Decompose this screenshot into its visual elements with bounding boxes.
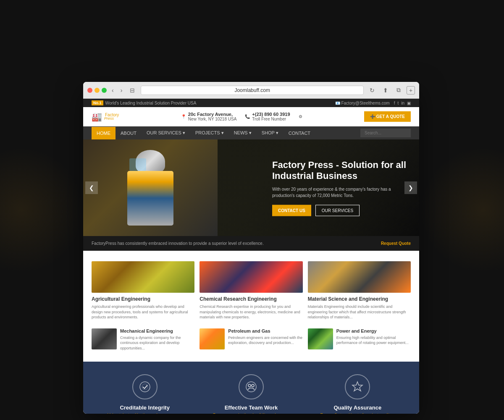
service-petroleum-title: Petroleum and Gas xyxy=(228,328,302,333)
service-agricultural-desc: Agricultural engineering professionals w… xyxy=(92,304,194,320)
service-power-image xyxy=(308,328,333,349)
service-mechanical-image xyxy=(92,328,117,349)
nav-home[interactable]: HOME xyxy=(92,127,116,139)
browser-window: ‹ › ⊟ Joomlabuff.com ↻ ⬆ ⧉ + No.1 World'… xyxy=(83,82,419,414)
integrity-title: Creditable Integrity xyxy=(103,404,187,411)
svg-point-2 xyxy=(246,382,256,392)
hero-section: Factory Press - Solution for all Industr… xyxy=(83,139,419,236)
service-card-agricultural[interactable]: Agricultural Engineering Agricultural en… xyxy=(92,261,194,320)
maximize-button[interactable] xyxy=(102,88,107,93)
service-material-title: Material Science and Engineering xyxy=(308,296,411,302)
window-controls xyxy=(87,88,107,93)
services-bottom-grid: Mechanical Engineering Creating a dynami… xyxy=(92,328,411,351)
hero-next-button[interactable]: ❯ xyxy=(404,181,417,194)
hero-worker-image xyxy=(83,139,218,236)
service-petroleum-image xyxy=(200,328,225,349)
request-quote-link[interactable]: Request Quote xyxy=(381,241,411,246)
address-item: 📍 20c Factory Avenue, New York, NY 10218… xyxy=(181,112,236,121)
top-bar-tagline: World's Leading Industrial Solution Prov… xyxy=(105,101,197,105)
service-material-desc: Materials Engineering should include sci… xyxy=(308,304,411,320)
nav-about[interactable]: ABOUT xyxy=(116,127,142,139)
worker-body xyxy=(127,171,173,226)
services-section: Agricultural Engineering Agricultural en… xyxy=(83,251,419,362)
phone-number: +(23) 890 60 3919 xyxy=(252,112,290,117)
address-text: 20c Factory Avenue, New York, NY 10218 U… xyxy=(188,112,236,121)
header-contact-info: 📍 20c Factory Avenue, New York, NY 10218… xyxy=(181,112,302,121)
logo-icon: 🏭 xyxy=(92,112,102,122)
service-card-material[interactable]: Material Science and Engineering Materia… xyxy=(308,261,411,320)
get-quote-button[interactable]: ➕ GET A QUOTE xyxy=(364,111,411,122)
minimize-button[interactable] xyxy=(94,88,100,93)
service-mechanical-title: Mechanical Engineering xyxy=(120,328,194,333)
settings-item[interactable]: ⚙ xyxy=(299,114,302,119)
reload-button[interactable]: ↻ xyxy=(367,86,377,94)
top-bar: No.1 World's Leading Industrial Solution… xyxy=(83,99,419,107)
social-icons: f t in ▣ xyxy=(394,101,411,105)
svg-point-4 xyxy=(252,384,254,387)
svg-marker-5 xyxy=(352,382,362,391)
nav-news[interactable]: NEWS ▾ xyxy=(229,126,257,139)
instagram-icon[interactable]: ▣ xyxy=(407,101,411,105)
phone-icon: 📞 xyxy=(245,114,250,119)
share-button[interactable]: ⬆ xyxy=(381,86,391,94)
forward-button[interactable]: › xyxy=(119,86,124,94)
sidebar-button[interactable]: ⊟ xyxy=(127,86,137,94)
integrity-subtitle: Value talent cultivation and encourage..… xyxy=(103,413,187,414)
service-card-mechanical[interactable]: Mechanical Engineering Creating a dynami… xyxy=(92,328,194,351)
nav-projects[interactable]: PROJECTS ▾ xyxy=(190,126,229,139)
service-card-chemical[interactable]: Chemical Research Engineering Chemical R… xyxy=(200,261,302,320)
top-bar-left: No.1 World's Leading Industrial Solution… xyxy=(92,100,196,105)
top-bar-email: 📧 Factory@Steelthems.com xyxy=(335,101,390,105)
site-logo[interactable]: 🏭 Factory Press xyxy=(92,112,119,122)
main-navbar: HOME ABOUT OUR SERVICES ▾ PROJECTS ▾ NEW… xyxy=(83,126,419,139)
footer-integrity: Creditable Integrity Value talent cultiv… xyxy=(103,374,187,414)
facebook-icon[interactable]: f xyxy=(394,101,395,105)
svg-point-3 xyxy=(248,384,251,387)
nav-shop[interactable]: SHOP ▾ xyxy=(257,126,284,139)
browser-toolbar: ‹ › ⊟ Joomlabuff.com ↻ ⬆ ⧉ + xyxy=(83,82,419,99)
back-button[interactable]: ‹ xyxy=(110,86,116,94)
service-card-petroleum[interactable]: Petroleum and Gas Petroleum engineers ar… xyxy=(200,328,302,351)
teamwork-title: Effective Team Work xyxy=(209,404,293,411)
service-petroleum-desc: Petroleum engineers are concerned with t… xyxy=(228,335,302,346)
service-material-image xyxy=(308,261,411,293)
location-icon: 📍 xyxy=(181,114,186,119)
svg-point-0 xyxy=(140,382,150,392)
service-chemical-desc: Chemical Research expertise in producing… xyxy=(200,304,302,320)
service-agricultural-title: Agricultural Engineering xyxy=(92,296,194,302)
nav-contact[interactable]: CONTACT xyxy=(284,127,315,139)
info-bar: FactoryPress has consistently embraced i… xyxy=(83,236,419,251)
integrity-icon xyxy=(132,374,158,399)
duplicate-button[interactable]: ⧉ xyxy=(394,86,403,94)
twitter-icon[interactable]: t xyxy=(397,101,399,105)
url-bar[interactable]: Joomlabuff.com xyxy=(141,86,364,95)
info-bar-text: FactoryPress has consistently embraced i… xyxy=(92,241,264,246)
phone-text: +(23) 890 60 3919 Troll Free Number xyxy=(252,112,290,121)
services-top-grid: Agricultural Engineering Agricultural en… xyxy=(92,261,411,320)
service-power-desc: Ensuring high reliability and optimal pe… xyxy=(336,335,411,346)
hero-subtitle: With over 20 years of experience & the c… xyxy=(272,186,407,198)
nav-services[interactable]: OUR SERVICES ▾ xyxy=(142,126,190,139)
linkedin-icon[interactable]: in xyxy=(401,101,404,105)
address-line2: New York, NY 10218 USA xyxy=(188,117,236,121)
service-power-content: Power and Energy Ensuring high reliabili… xyxy=(336,328,411,351)
new-tab-button[interactable]: + xyxy=(407,86,415,94)
service-card-power[interactable]: Power and Energy Ensuring high reliabili… xyxy=(308,328,411,351)
top-bar-right: 📧 Factory@Steelthems.com f t in ▣ xyxy=(335,101,411,105)
footer-teamwork: Effective Team Work Pursue organizationa… xyxy=(209,374,293,414)
footer-section: Creditable Integrity Value talent cultiv… xyxy=(83,362,419,414)
hero-buttons: CONTACT US OUR SERVICES xyxy=(272,205,407,216)
service-chemical-image xyxy=(200,261,302,293)
nav-search-input[interactable] xyxy=(360,129,411,137)
hero-title: Factory Press - Solution for all Industr… xyxy=(272,160,407,182)
footer-quality: Quality Assurance Ensure first and best … xyxy=(315,374,399,414)
contact-us-button[interactable]: CONTACT US xyxy=(272,205,311,216)
phone-sub: Troll Free Number xyxy=(252,117,290,121)
hero-prev-button[interactable]: ❮ xyxy=(85,181,98,194)
phone-item: 📞 +(23) 890 60 3919 Troll Free Number xyxy=(245,112,290,121)
service-petroleum-content: Petroleum and Gas Petroleum engineers ar… xyxy=(228,328,302,351)
site-header: 🏭 Factory Press 📍 20c Factory Avenue, Ne… xyxy=(83,107,419,126)
close-button[interactable] xyxy=(87,88,92,93)
hero-text-content: Factory Press - Solution for all Industr… xyxy=(272,160,407,216)
our-services-button[interactable]: OUR SERVICES xyxy=(315,205,360,216)
